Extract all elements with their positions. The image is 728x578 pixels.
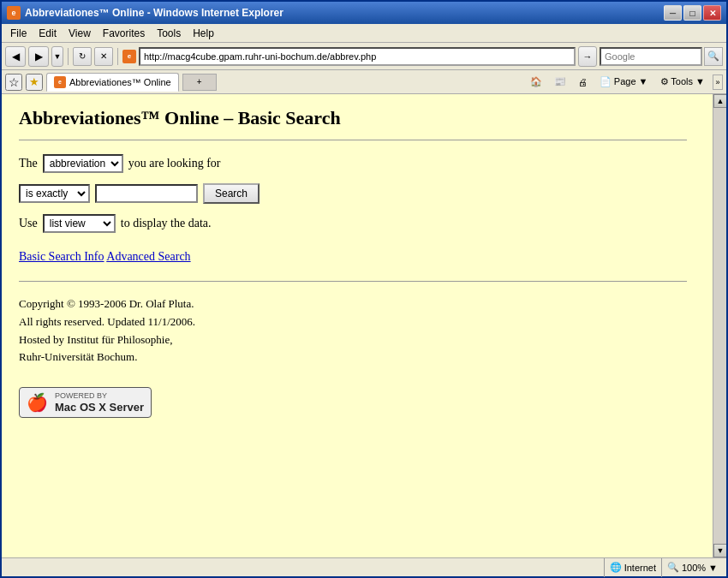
nav-bar: ◀ ▶ ▼ ↻ ✕ e → 🔍 (2, 43, 726, 70)
links-row: Basic Search Info Advanced Search (19, 250, 687, 264)
feeds-button[interactable]: 📰 (550, 74, 570, 89)
status-zoom-panel[interactable]: 🔍 100% ▼ (661, 558, 723, 577)
search-form: The abbreviation expansion title you are… (19, 154, 687, 233)
tab-label: Abbreviationes™ Online (69, 77, 171, 87)
menu-edit[interactable]: Edit (33, 26, 62, 40)
add-tab-button[interactable]: + (182, 74, 217, 91)
form-row-2: is exactly contains starts with Search (19, 183, 687, 204)
back-button[interactable]: ◀ (5, 46, 26, 67)
zoom-dropdown-icon: ▼ (708, 563, 718, 573)
match-select[interactable]: is exactly contains starts with (19, 184, 90, 203)
print-button[interactable]: 🖨 (574, 75, 592, 89)
scroll-up-button[interactable]: ▲ (713, 94, 726, 108)
add-favorites-button[interactable]: ★ (26, 74, 43, 91)
go-button[interactable]: → (578, 46, 597, 67)
menu-bar: File Edit View Favorites Tools Help (2, 24, 726, 43)
status-internet-label: Internet (624, 563, 656, 573)
content-area: Abbreviationes™ Online – Basic Search Th… (2, 94, 726, 557)
looking-label: you are looking for (128, 157, 221, 170)
form-row-1: The abbreviation expansion title you are… (19, 154, 687, 173)
view-select[interactable]: list view table view detail view (43, 214, 116, 233)
menu-view[interactable]: View (63, 26, 96, 40)
toolbar-more-button[interactable]: » (713, 74, 723, 90)
nav-separator (68, 48, 69, 65)
footer: Copyright © 1993-2006 Dr. Olaf Pluta. Al… (19, 295, 687, 366)
status-bar: 🌐 Internet 🔍 100% ▼ (2, 557, 726, 576)
title-bar-left: e Abbreviationes™ Online - Windows Inter… (7, 6, 283, 20)
use-label: Use (19, 217, 38, 230)
browser-window: e Abbreviationes™ Online - Windows Inter… (0, 0, 728, 578)
browser-icon: e (7, 6, 21, 20)
search-text-input[interactable] (95, 184, 198, 203)
menu-help[interactable]: Help (188, 26, 219, 40)
status-globe-icon: 🌐 (610, 562, 622, 573)
menu-favorites[interactable]: Favorites (98, 26, 150, 40)
nav-separator-2 (117, 48, 118, 65)
google-search-input[interactable] (600, 47, 702, 66)
google-search-button[interactable]: 🔍 (704, 47, 723, 66)
basic-search-info-link[interactable]: Basic Search Info (19, 250, 104, 263)
maximize-button[interactable]: □ (683, 5, 701, 21)
forward-button[interactable]: ▶ (28, 46, 49, 67)
tab-favicon: e (54, 76, 66, 88)
title-bar-buttons: ─ □ ✕ (664, 5, 721, 21)
page-title: Abbreviationes™ Online – Basic Search (19, 107, 687, 129)
minimize-button[interactable]: ─ (664, 5, 682, 21)
footer-line4: Ruhr-Universität Bochum. (19, 349, 687, 366)
nav-dropdown-button[interactable]: ▼ (51, 46, 63, 67)
close-button[interactable]: ✕ (703, 5, 721, 21)
status-internet-panel: 🌐 Internet (604, 558, 661, 577)
search-bar-container: 🔍 (600, 47, 723, 66)
window-title: Abbreviationes™ Online - Windows Interne… (25, 7, 283, 19)
scroll-down-button[interactable]: ▼ (713, 544, 726, 557)
zoom-icon: 🔍 (667, 562, 679, 573)
mac-badge: 🍎 POWERED BY Mac OS X Server (19, 387, 152, 418)
page-button[interactable]: 📄 Page ▼ (595, 74, 653, 89)
toolbar-right: 🏠 📰 🖨 📄 Page ▼ ⚙ Tools ▼ » (526, 74, 723, 90)
stop-button[interactable]: ✕ (94, 47, 113, 66)
apple-logo-icon: 🍎 (27, 392, 48, 413)
zoom-level-label: 100% (682, 563, 706, 573)
menu-tools[interactable]: Tools (152, 26, 186, 40)
address-input[interactable] (139, 47, 576, 66)
footer-line1: Copyright © 1993-2006 Dr. Olaf Pluta. (19, 295, 687, 313)
mac-badge-text-container: POWERED BY Mac OS X Server (55, 391, 144, 414)
tools-button[interactable]: ⚙ Tools ▼ (656, 74, 709, 89)
form-row-3: Use list view table view detail view to … (19, 214, 687, 233)
active-tab[interactable]: e Abbreviationes™ Online (46, 73, 179, 92)
footer-line3: Hosted by Institut für Philosophie, (19, 331, 687, 349)
powered-by-label: POWERED BY (55, 391, 144, 401)
address-bar-container: e → (122, 46, 597, 67)
tab-bar: ☆ ★ e Abbreviationes™ Online + 🏠 📰 🖨 📄 P… (2, 70, 726, 94)
apple-logo-container: 🍎 (27, 392, 48, 413)
type-select[interactable]: abbreviation expansion title (43, 154, 123, 173)
divider-top (19, 140, 687, 140)
status-panels: 🌐 Internet 🔍 100% ▼ (604, 558, 723, 577)
the-label: The (19, 157, 38, 170)
menu-file[interactable]: File (5, 26, 32, 40)
title-bar: e Abbreviationes™ Online - Windows Inter… (2, 2, 726, 24)
search-button[interactable]: Search (203, 183, 260, 204)
divider-bottom (19, 281, 687, 282)
scrollbar: ▲ ▼ (713, 94, 726, 557)
home-button[interactable]: 🏠 (526, 74, 546, 89)
refresh-button[interactable]: ↻ (73, 47, 92, 66)
address-favicon: e (122, 50, 136, 63)
page-content: Abbreviationes™ Online – Basic Search Th… (2, 94, 713, 435)
mac-os-label: Mac OS X Server (55, 401, 144, 414)
advanced-search-link[interactable]: Advanced Search (106, 250, 190, 263)
footer-line2: All rights reserved. Updated 11/1/2006. (19, 313, 687, 331)
favorites-star-button[interactable]: ☆ (5, 74, 22, 91)
scroll-track[interactable] (713, 108, 726, 544)
display-label: to display the data. (121, 217, 212, 230)
